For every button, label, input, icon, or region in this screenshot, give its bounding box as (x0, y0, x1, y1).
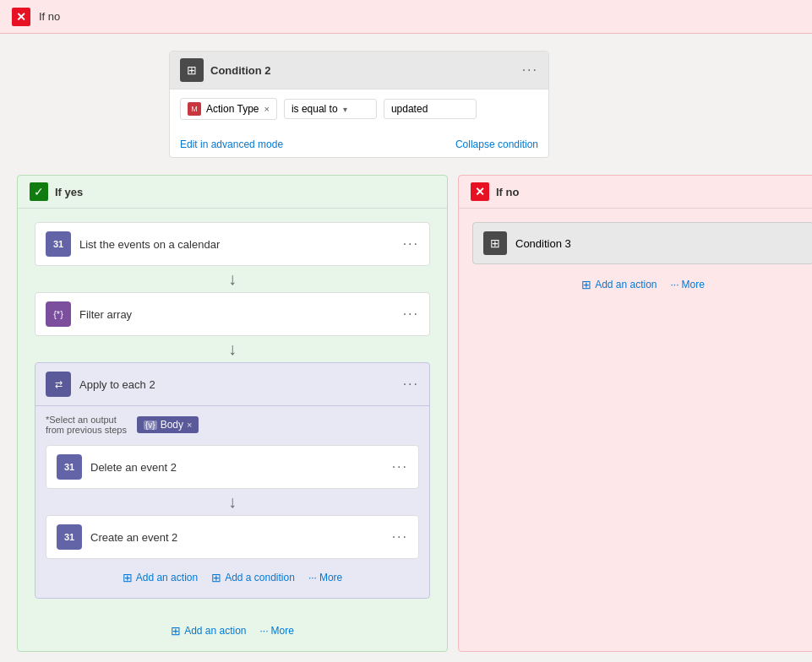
action-type-icon: M (188, 102, 201, 116)
if-no-more-label: More (682, 279, 705, 290)
list-events-dots-menu[interactable]: ··· (403, 236, 419, 252)
condition3-icon: ⊞ (483, 231, 507, 255)
apply-each-body: *Select an output from previous steps {v… (35, 406, 429, 598)
arrow-down-1: ↓ (35, 269, 430, 289)
condition-row: M Action Type × is equal to ▾ updated (180, 98, 538, 120)
create-event-step: 31 Create an event 2 ··· (46, 515, 419, 559)
inner-more-label: More (319, 572, 342, 583)
if-yes-label: If yes (55, 186, 83, 198)
if-yes-add-action-label: Add an action (184, 625, 246, 637)
collapse-condition-link[interactable]: Collapse condition (455, 138, 538, 150)
condition2-footer: Edit in advanced mode Collapse condition (170, 135, 548, 157)
inner-steps: 31 Delete an event 2 ··· ↓ 3 (46, 445, 419, 559)
inner-add-condition-label: Add a condition (225, 572, 295, 583)
apply-each-card: ⇄ Apply to each 2 ··· *Select an output … (35, 362, 430, 599)
if-no-label: If no (496, 186, 519, 198)
create-event-left: 31 Create an event 2 (57, 524, 177, 550)
inner-more-icon: ··· (308, 572, 317, 583)
body-tag: {v} Body × (137, 416, 199, 433)
x-icon: ✕ (471, 182, 489, 201)
body-tag-icon: {v} (144, 421, 157, 430)
condition2-header: ⊞ Condition 2 ··· (170, 52, 548, 90)
inner-action-buttons: ⊞ Add an action ⊞ Add a condition ··· Mo… (46, 571, 419, 584)
inner-add-action-icon: ⊞ (123, 571, 133, 584)
if-yes-add-action-button[interactable]: ⊞ Add an action (171, 624, 246, 638)
if-no-more-icon: ··· (671, 279, 679, 290)
delete-event-dots-menu[interactable]: ··· (392, 459, 408, 475)
main-content: ⊞ Condition 2 ··· M Action Type × is equ… (0, 34, 812, 662)
create-event-dots-menu[interactable]: ··· (392, 529, 408, 545)
list-events-left: 31 List the events on a calendar (46, 231, 220, 257)
condition3-icon-glyph: ⊞ (490, 236, 500, 250)
filter-array-icon-text: {*} (53, 309, 63, 319)
inner-add-condition-icon: ⊞ (211, 571, 221, 584)
if-yes-more-button[interactable]: ··· More (260, 625, 294, 637)
chevron-down-icon: ▾ (343, 105, 347, 114)
if-yes-bottom-buttons: ⊞ Add an action ··· More (18, 624, 447, 638)
if-yes-more-icon: ··· (260, 625, 269, 637)
inner-add-action-button[interactable]: ⊞ Add an action (123, 571, 198, 584)
edit-advanced-link[interactable]: Edit in advanced mode (180, 138, 283, 150)
if-yes-header: ✓ If yes (18, 176, 447, 209)
check-icon: ✓ (30, 182, 48, 201)
inner-more-button[interactable]: ··· More (308, 572, 342, 583)
inner-add-condition-button[interactable]: ⊞ Add a condition (211, 571, 295, 584)
arrow-down-2: ↓ (35, 339, 430, 359)
condition2-title: Condition 2 (210, 64, 271, 77)
if-no-action-buttons: ⊞ Add an action ··· More (459, 278, 812, 291)
apply-each-title-left: ⇄ Apply to each 2 (46, 372, 155, 397)
two-cols: ✓ If yes 31 List the events on a calenda… (17, 175, 812, 652)
if-no-header: ✕ If no (459, 176, 812, 209)
list-events-step: 31 List the events on a calendar ··· (35, 222, 430, 266)
value-input[interactable]: updated (384, 99, 477, 119)
create-event-icon: 31 (57, 524, 82, 550)
action-type-label: Action Type (206, 103, 259, 115)
if-no-add-action-button[interactable]: ⊞ Add an action (581, 278, 657, 291)
check-glyph: ✓ (34, 185, 44, 198)
condition2-body: M Action Type × is equal to ▾ updated (170, 90, 548, 135)
apply-each-icon: ⇄ (46, 372, 71, 397)
if-yes-add-action-icon: ⊞ (171, 624, 181, 638)
if-no-more-button[interactable]: ··· More (671, 279, 705, 290)
filter-array-step: {*} Filter array ··· (35, 292, 430, 336)
apply-each-dots-menu[interactable]: ··· (403, 377, 419, 392)
create-event-icon-text: 31 (64, 532, 74, 542)
body-tag-remove-button[interactable]: × (187, 420, 192, 430)
x-glyph: ✕ (475, 185, 485, 198)
if-yes-more-label: More (271, 625, 294, 637)
filter-array-icon: {*} (46, 301, 71, 327)
action-type-remove-button[interactable]: × (264, 104, 269, 114)
operator-dropdown[interactable]: is equal to ▾ (284, 99, 377, 119)
condition2-icon-glyph: ⊞ (187, 63, 197, 77)
apply-each-label: Apply to each 2 (79, 378, 155, 391)
condition2-dots-menu[interactable]: ··· (522, 62, 538, 78)
filter-array-dots-menu[interactable]: ··· (403, 307, 419, 322)
inner-add-action-label: Add an action (136, 572, 198, 583)
if-no-column: ✕ If no ⊞ Condition 3 ⊞ Add an action ··… (458, 175, 812, 652)
top-bar: ✕ If no (0, 0, 812, 34)
operator-label: is equal to (292, 103, 338, 115)
filter-array-left: {*} Filter array (46, 301, 132, 327)
select-output-row: *Select an output from previous steps {v… (46, 415, 419, 435)
list-events-label: List the events on a calendar (79, 238, 220, 251)
top-bar-label: If no (39, 10, 60, 23)
delete-event-icon: 31 (57, 454, 82, 480)
if-no-add-action-label: Add an action (595, 279, 657, 290)
list-events-icon: 31 (46, 231, 71, 257)
top-bar-close-button[interactable]: ✕ (12, 8, 30, 26)
filter-array-label: Filter array (79, 308, 132, 321)
value-text: updated (391, 103, 428, 115)
select-output-label: *Select an output from previous steps (46, 415, 130, 435)
action-type-icon-glyph: M (191, 105, 198, 113)
create-event-label: Create an event 2 (90, 531, 177, 544)
body-tag-label: Body (161, 419, 183, 431)
condition2-card: ⊞ Condition 2 ··· M Action Type × is equ… (169, 51, 549, 158)
delete-event-step: 31 Delete an event 2 ··· (46, 445, 419, 489)
delete-event-icon-text: 31 (64, 462, 74, 472)
apply-each-header: ⇄ Apply to each 2 ··· (35, 363, 429, 406)
condition2-icon: ⊞ (180, 58, 204, 82)
condition3-label: Condition 3 (515, 237, 571, 250)
apply-each-icon-glyph: ⇄ (55, 379, 63, 390)
if-yes-column: ✓ If yes 31 List the events on a calenda… (17, 175, 448, 652)
delete-event-label: Delete an event 2 (90, 461, 177, 474)
